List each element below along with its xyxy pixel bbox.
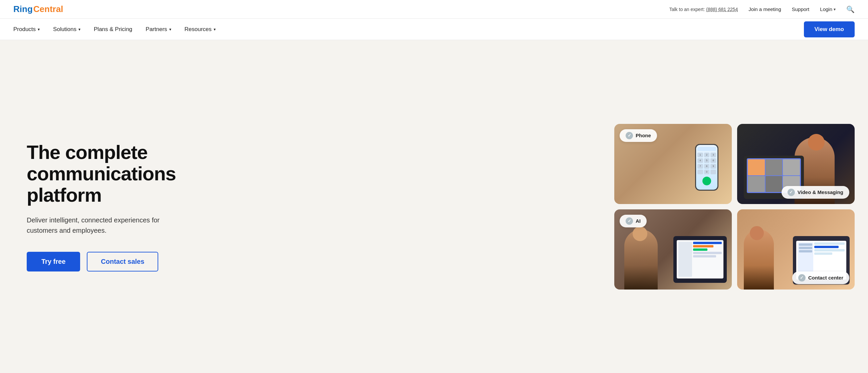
phone-check-icon: ✓ — [626, 132, 633, 139]
nav-solutions[interactable]: Solutions ▾ — [53, 26, 81, 33]
phone-badge: ✓ Phone — [620, 129, 657, 142]
resources-chevron-icon: ▾ — [214, 27, 216, 32]
contact-label: Contact center — [808, 275, 843, 280]
hero-section: The complete communications platform Del… — [0, 40, 868, 373]
logo-central: Central — [33, 4, 63, 14]
login-dropdown[interactable]: Login ▾ — [820, 6, 836, 12]
expert-text: Talk to an expert: (888) 681 2254 — [669, 7, 738, 12]
ai-card: ✓ AI — [614, 209, 732, 289]
contact-card: ✓ Contact center — [737, 209, 855, 289]
expert-phone[interactable]: (888) 681 2254 — [706, 7, 738, 12]
solutions-chevron-icon: ▾ — [79, 27, 81, 32]
view-demo-button[interactable]: View demo — [804, 21, 855, 37]
search-icon[interactable]: 🔍 — [846, 5, 855, 13]
phone-label: Phone — [636, 132, 651, 138]
video-label: Video & Messaging — [798, 189, 843, 195]
ai-badge: ✓ AI — [620, 215, 647, 227]
contact-check-icon: ✓ — [798, 274, 806, 281]
nav-resources[interactable]: Resources ▾ — [185, 26, 216, 33]
login-label: Login — [820, 6, 832, 12]
contact-sales-button[interactable]: Contact sales — [87, 252, 158, 272]
nav-bar: Products ▾ Solutions ▾ Plans & Pricing P… — [0, 19, 868, 40]
partners-chevron-icon: ▾ — [169, 27, 171, 32]
support-link[interactable]: Support — [792, 6, 810, 12]
hero-heading: The complete communications platform — [27, 142, 227, 205]
hero-left: The complete communications platform Del… — [27, 142, 227, 271]
video-badge: ✓ Video & Messaging — [781, 186, 849, 199]
try-free-button[interactable]: Try free — [27, 252, 80, 272]
nav-links: Products ▾ Solutions ▾ Plans & Pricing P… — [13, 26, 216, 33]
contact-badge: ✓ Contact center — [792, 272, 849, 284]
nav-partners[interactable]: Partners ▾ — [146, 26, 171, 33]
logo-ring: Ring — [13, 4, 33, 14]
top-bar: RingCentral Talk to an expert: (888) 681… — [0, 0, 868, 19]
ai-check-icon: ✓ — [626, 217, 633, 225]
products-chevron-icon: ▾ — [38, 27, 40, 32]
login-chevron-icon: ▾ — [834, 7, 836, 12]
ai-label: AI — [636, 218, 641, 224]
video-check-icon: ✓ — [787, 189, 795, 196]
hero-image-grid: 1 2 3 4 5 6 7 8 9 0 — [614, 124, 855, 289]
join-meeting-link[interactable]: Join a meeting — [748, 6, 781, 12]
hero-buttons: Try free Contact sales — [27, 252, 227, 272]
logo[interactable]: RingCentral — [13, 4, 63, 14]
top-right: Talk to an expert: (888) 681 2254 Join a… — [669, 5, 855, 13]
video-card: ✓ Video & Messaging — [737, 124, 855, 204]
hero-subtext: Deliver intelligent, connected experienc… — [27, 215, 180, 236]
phone-card: 1 2 3 4 5 6 7 8 9 0 — [614, 124, 732, 204]
nav-plans-pricing[interactable]: Plans & Pricing — [94, 26, 132, 33]
nav-products[interactable]: Products ▾ — [13, 26, 40, 33]
